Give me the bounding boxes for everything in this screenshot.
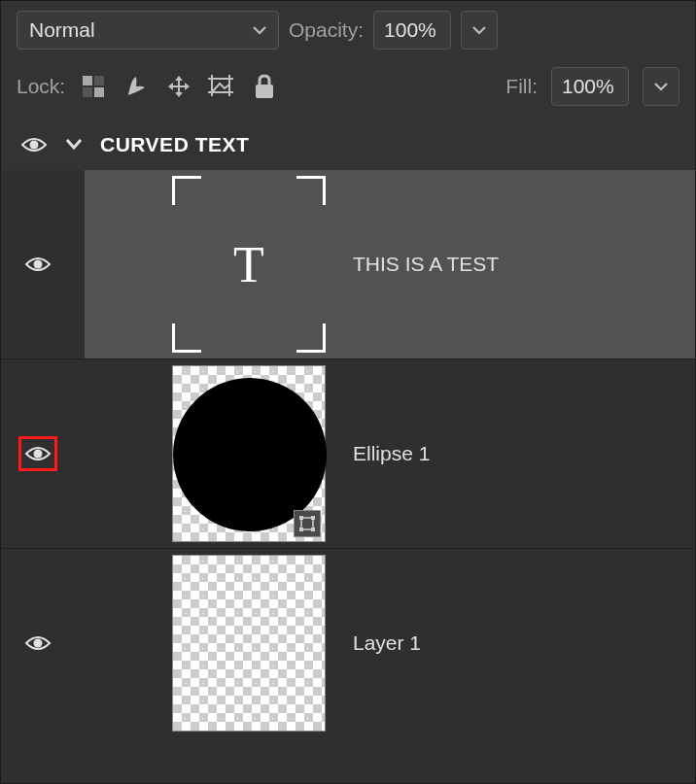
layer-content: Ellipse 1 xyxy=(85,359,695,548)
svg-rect-0 xyxy=(83,76,92,85)
layer-name[interactable]: Layer 1 xyxy=(353,631,421,655)
selection-corner xyxy=(296,176,326,205)
group-title: CURVED TEXT xyxy=(100,133,249,156)
selection-corner xyxy=(172,176,201,205)
chevron-down-icon xyxy=(65,138,83,150)
fill-label: Fill: xyxy=(505,75,538,98)
eye-icon xyxy=(24,633,52,653)
lock-transparency-icon[interactable] xyxy=(79,72,108,101)
lock-fill-row: Lock: Fill: 100% xyxy=(1,59,695,119)
svg-point-7 xyxy=(34,260,43,269)
svg-rect-2 xyxy=(83,87,92,97)
layer-group-header[interactable]: CURVED TEXT xyxy=(1,119,695,170)
svg-rect-11 xyxy=(311,516,315,520)
layer-visibility-toggle[interactable] xyxy=(20,633,55,653)
svg-rect-1 xyxy=(94,76,104,85)
opacity-label: Opacity: xyxy=(289,18,364,42)
svg-rect-12 xyxy=(299,528,303,531)
layer-row[interactable]: Ellipse 1 xyxy=(1,358,695,548)
svg-point-6 xyxy=(30,141,39,150)
blend-mode-value: Normal xyxy=(29,18,95,42)
selection-corner xyxy=(296,324,326,353)
layer-name[interactable]: Ellipse 1 xyxy=(353,442,430,465)
layers-list: T THIS IS A TEST Ellipse 1 xyxy=(1,170,695,783)
eye-icon xyxy=(24,255,52,274)
chevron-down-icon xyxy=(654,82,668,91)
svg-rect-3 xyxy=(94,87,104,97)
vector-mask-badge[interactable] xyxy=(294,510,321,537)
layer-content: Layer 1 xyxy=(85,549,695,737)
lock-label: Lock: xyxy=(17,75,65,98)
layer-content: T THIS IS A TEST xyxy=(85,170,695,358)
ellipse-shape-icon xyxy=(173,378,327,531)
eye-icon xyxy=(20,135,48,154)
blend-opacity-row: Normal Opacity: 100% xyxy=(1,1,695,59)
layer-visibility-toggle[interactable] xyxy=(20,255,55,274)
layer-row[interactable]: Layer 1 xyxy=(1,548,695,737)
eye-icon xyxy=(24,444,52,463)
layer-visibility-toggle[interactable] xyxy=(18,436,57,471)
opacity-input[interactable]: 100% xyxy=(373,11,451,50)
svg-rect-5 xyxy=(256,85,273,98)
layers-panel: Normal Opacity: 100% Lock: Fil xyxy=(0,0,696,784)
fill-value: 100% xyxy=(562,75,614,98)
lock-image-icon[interactable] xyxy=(122,72,151,101)
path-icon xyxy=(298,515,316,532)
lock-artboard-icon[interactable] xyxy=(207,72,236,101)
layer-thumbnail-shape[interactable] xyxy=(172,365,326,542)
chevron-down-icon xyxy=(472,25,486,35)
svg-rect-10 xyxy=(299,516,303,520)
blend-mode-dropdown[interactable]: Normal xyxy=(17,11,279,50)
svg-point-8 xyxy=(34,450,43,459)
group-expand-toggle[interactable] xyxy=(65,136,83,153)
layer-thumbnail-text[interactable]: T xyxy=(172,176,326,353)
type-icon: T xyxy=(233,236,264,293)
group-visibility-toggle[interactable] xyxy=(20,135,48,154)
layer-thumbnail-pixel[interactable] xyxy=(172,555,326,732)
opacity-value: 100% xyxy=(384,18,436,42)
fill-dropdown-button[interactable] xyxy=(643,67,679,106)
svg-point-14 xyxy=(34,639,43,648)
svg-rect-13 xyxy=(311,528,315,531)
lock-position-icon[interactable] xyxy=(164,72,193,101)
fill-input[interactable]: 100% xyxy=(551,67,629,106)
opacity-dropdown-button[interactable] xyxy=(461,11,498,50)
layer-name[interactable]: THIS IS A TEST xyxy=(353,253,499,276)
selection-corner xyxy=(172,324,201,353)
layer-row[interactable]: T THIS IS A TEST xyxy=(1,170,695,358)
lock-all-icon[interactable] xyxy=(250,72,279,101)
chevron-down-icon xyxy=(253,22,266,38)
